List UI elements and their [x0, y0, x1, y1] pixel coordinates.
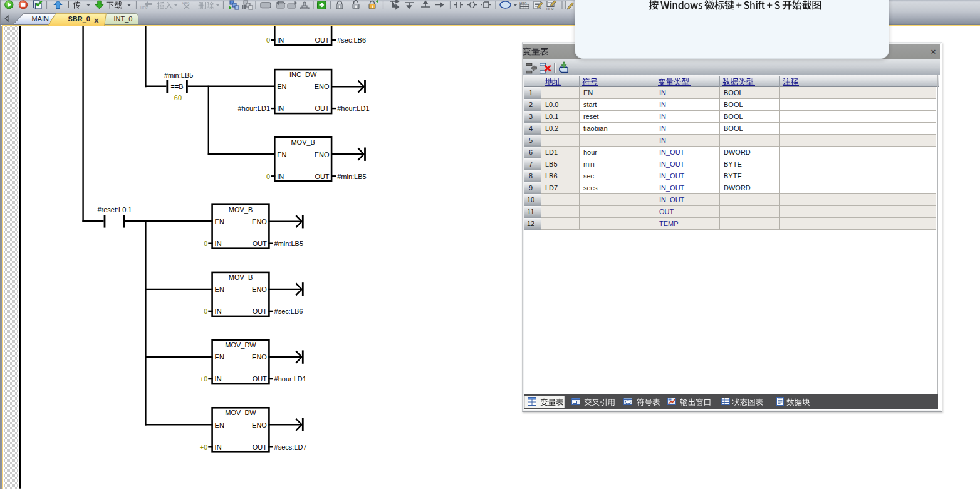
svg-text:+0: +0 — [200, 376, 208, 383]
svg-text:EN: EN — [215, 286, 224, 293]
svg-text:OUT: OUT — [253, 307, 267, 315]
svg-text:OUT: OUT — [315, 173, 329, 180]
svg-text:MOV_B: MOV_B — [229, 274, 253, 281]
svg-text:MOV_B: MOV_B — [229, 206, 253, 214]
svg-text:IN: IN — [277, 173, 284, 180]
svg-text:EN: EN — [277, 151, 286, 158]
svg-text:0: 0 — [204, 307, 207, 315]
svg-text:IN: IN — [215, 240, 222, 247]
svg-text:#hour:LD1: #hour:LD1 — [274, 376, 306, 383]
svg-text:ENO: ENO — [252, 286, 267, 293]
svg-text:ENO: ENO — [315, 151, 330, 158]
svg-text:EN: EN — [215, 354, 224, 361]
svg-text:0: 0 — [266, 173, 270, 180]
svg-text:#min:LB5: #min:LB5 — [337, 173, 366, 180]
svg-text:#hour:LD1: #hour:LD1 — [238, 105, 270, 113]
svg-text:IN: IN — [277, 105, 284, 113]
svg-text:#sec:LB6: #sec:LB6 — [274, 307, 303, 315]
svg-text:EN: EN — [215, 218, 224, 225]
svg-text:#hour:LD1: #hour:LD1 — [337, 105, 369, 113]
svg-text:IN: IN — [215, 376, 222, 383]
svg-text:OUT: OUT — [253, 443, 267, 451]
svg-text:MOV_DW: MOV_DW — [225, 342, 256, 349]
svg-text:ENO: ENO — [252, 421, 267, 429]
svg-text:ENO: ENO — [252, 218, 267, 225]
svg-text:#reset:L0.1: #reset:L0.1 — [98, 206, 132, 214]
svg-text:OUT: OUT — [253, 240, 267, 247]
svg-text:IN: IN — [215, 443, 222, 451]
svg-text:MOV_DW: MOV_DW — [225, 409, 256, 417]
svg-text:#min:LB5: #min:LB5 — [274, 240, 303, 247]
svg-text:ENO: ENO — [252, 354, 267, 361]
svg-text:#secs:LD7: #secs:LD7 — [274, 443, 307, 451]
svg-text:OUT: OUT — [253, 376, 267, 383]
svg-text:+0: +0 — [200, 443, 208, 451]
svg-text:60: 60 — [174, 95, 182, 102]
svg-text:IN: IN — [215, 307, 222, 315]
svg-text:MOV_B: MOV_B — [291, 139, 315, 147]
svg-text:OUT: OUT — [315, 105, 329, 113]
svg-text:EN: EN — [215, 421, 224, 429]
svg-text:0: 0 — [204, 240, 207, 247]
